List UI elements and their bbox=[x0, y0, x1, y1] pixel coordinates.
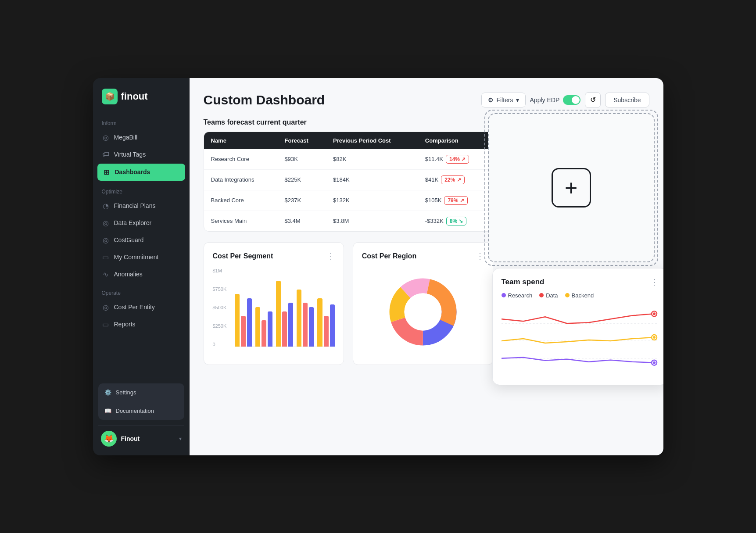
bar-group bbox=[255, 307, 272, 347]
reports-icon: ▭ bbox=[102, 320, 110, 329]
comparison-badge: 14% ↗ bbox=[446, 155, 469, 164]
donut-chart bbox=[362, 268, 484, 356]
cell-prev-cost: $3.8M bbox=[326, 211, 418, 231]
megabill-label: MegaBill bbox=[114, 134, 138, 141]
data-explorer-label: Data Explorer bbox=[114, 219, 152, 226]
cost-per-segment-title: Cost Per Segment bbox=[213, 252, 273, 260]
bar bbox=[330, 304, 335, 347]
cost-per-segment-more-button[interactable]: ⋮ bbox=[327, 251, 335, 261]
sidebar-item-megabill[interactable]: ◎ MegaBill bbox=[93, 129, 190, 146]
cost-per-region-header: Cost Per Region ⋮ bbox=[362, 251, 484, 261]
team-spend-more-button[interactable]: ⋮ bbox=[651, 277, 659, 287]
logo-text: finout bbox=[121, 91, 148, 102]
megabill-icon: ◎ bbox=[102, 133, 110, 142]
bar bbox=[268, 311, 272, 347]
costguard-label: CostGuard bbox=[114, 236, 144, 243]
bar bbox=[262, 320, 266, 347]
bar-chart-area bbox=[235, 268, 335, 347]
table-header-row: Name Forecast Previous Period Cost Compa… bbox=[204, 132, 493, 149]
my-commitment-icon: ▭ bbox=[102, 253, 110, 261]
sidebar-item-data-explorer[interactable]: ◎ Data Explorer bbox=[93, 215, 190, 232]
chevron-down-icon: ▾ bbox=[179, 436, 182, 442]
divider bbox=[98, 401, 184, 402]
subscribe-button[interactable]: Subscribe bbox=[605, 93, 649, 107]
cell-name: Data Integrations bbox=[204, 169, 278, 190]
bar bbox=[324, 316, 329, 347]
anomalies-label: Anomalies bbox=[114, 271, 143, 278]
bar-group bbox=[297, 290, 314, 347]
sidebar-item-reports[interactable]: ▭ Reports bbox=[93, 316, 190, 333]
section-label-inform: Inform bbox=[93, 113, 190, 129]
y-label-1m: $1M bbox=[213, 268, 227, 273]
docs-label: Documentation bbox=[116, 408, 154, 414]
my-commitment-label: My Commitment bbox=[114, 254, 159, 261]
sidebar-item-cost-per-entity[interactable]: ◎ Cost Per Entity bbox=[93, 299, 190, 316]
sidebar-item-virtual-tags[interactable]: 🏷 Virtual Tags bbox=[93, 146, 190, 163]
page-header: Custom Dashboard ⚙ Filters ▾ Apply EDP ↺… bbox=[204, 92, 649, 108]
bar bbox=[276, 281, 281, 347]
financial-plans-icon: ◔ bbox=[102, 202, 110, 210]
sidebar-item-my-commitment[interactable]: ▭ My Commitment bbox=[93, 249, 190, 266]
legend-dot-backend bbox=[565, 293, 570, 297]
refresh-button[interactable]: ↺ bbox=[585, 92, 601, 108]
settings-item[interactable]: ⚙️ Settings bbox=[98, 385, 184, 400]
cell-comparison: -$332K 8% ↘ bbox=[418, 211, 493, 231]
sidebar-item-dashboards[interactable]: ⊞ Dashboards bbox=[97, 164, 185, 181]
settings-icon: ⚙️ bbox=[104, 389, 111, 396]
col-name: Name bbox=[204, 132, 278, 149]
sidebar-item-financial-plans[interactable]: ◔ Financial Plans bbox=[93, 197, 190, 215]
section-label-operate: Operate bbox=[93, 283, 190, 299]
cell-prev-cost: $184K bbox=[326, 169, 418, 190]
filters-button[interactable]: ⚙ Filters ▾ bbox=[481, 93, 525, 107]
apply-edp-label: Apply EDP bbox=[530, 97, 560, 104]
comparison-value: $41K bbox=[425, 176, 438, 183]
legend-row: Research Data Backend bbox=[502, 292, 659, 299]
bar bbox=[241, 316, 246, 347]
donut-svg bbox=[386, 275, 460, 349]
virtual-tags-icon: 🏷 bbox=[102, 150, 110, 158]
cell-name: Backed Core bbox=[204, 190, 278, 211]
cell-prev-cost: $82K bbox=[326, 149, 418, 170]
bar bbox=[288, 303, 293, 347]
cost-per-entity-label: Cost Per Entity bbox=[114, 304, 155, 311]
bar bbox=[309, 307, 314, 347]
legend-research: Research bbox=[502, 292, 533, 299]
user-row[interactable]: 🦊 Finout ▾ bbox=[98, 427, 184, 450]
cost-per-region-more-button[interactable]: ⋮ bbox=[476, 251, 484, 261]
sidebar-item-anomalies[interactable]: ∿ Anomalies bbox=[93, 266, 190, 283]
bar bbox=[247, 298, 252, 347]
cost-per-segment-card: Cost Per Segment ⋮ $1M $750K $500K $250K… bbox=[204, 242, 344, 365]
financial-plans-label: Financial Plans bbox=[114, 202, 156, 209]
right-panel-inner: + Team spend ⋮ bbox=[488, 113, 655, 262]
add-plus-icon: + bbox=[552, 168, 591, 207]
legend-data-label: Data bbox=[546, 292, 558, 299]
y-label-250k: $250K bbox=[213, 323, 227, 329]
filters-chevron-icon: ▾ bbox=[516, 97, 519, 104]
table: Name Forecast Previous Period Cost Compa… bbox=[204, 132, 493, 231]
legend-research-label: Research bbox=[508, 292, 533, 299]
apply-edp-toggle[interactable] bbox=[563, 95, 580, 105]
docs-item[interactable]: 📖 Documentation bbox=[98, 404, 184, 418]
add-widget-box[interactable]: + bbox=[488, 113, 655, 262]
dashboards-icon: ⊞ bbox=[103, 168, 111, 176]
table-row: Backed Core $237K $132K $105K 79% ↗ bbox=[204, 190, 493, 211]
bar bbox=[317, 298, 322, 347]
legend-dot-data bbox=[539, 293, 544, 297]
cell-forecast: $237K bbox=[278, 190, 326, 211]
comparison-badge: 22% ↗ bbox=[441, 175, 464, 184]
cell-comparison: $105K 79% ↗ bbox=[418, 190, 493, 211]
sidebar-item-costguard[interactable]: ◎ CostGuard bbox=[93, 232, 190, 249]
svg-point-14 bbox=[653, 361, 656, 364]
filters-label: Filters bbox=[496, 97, 513, 104]
team-spend-header: Team spend ⋮ bbox=[502, 277, 659, 287]
table-row: Services Main $3.4M $3.8M -$332K 8% ↘ bbox=[204, 211, 493, 231]
team-spend-chart bbox=[502, 306, 659, 376]
table-row: Research Core $93K $82K $11.4K 14% ↗ bbox=[204, 149, 493, 170]
bar-group bbox=[276, 281, 293, 347]
filter-icon: ⚙ bbox=[488, 97, 494, 104]
reports-label: Reports bbox=[114, 321, 136, 328]
cost-per-region-card: Cost Per Region ⋮ bbox=[353, 242, 493, 365]
col-forecast: Forecast bbox=[278, 132, 326, 149]
main-inner: Custom Dashboard ⚙ Filters ▾ Apply EDP ↺… bbox=[190, 78, 663, 455]
col-prev-cost: Previous Period Cost bbox=[326, 132, 418, 149]
